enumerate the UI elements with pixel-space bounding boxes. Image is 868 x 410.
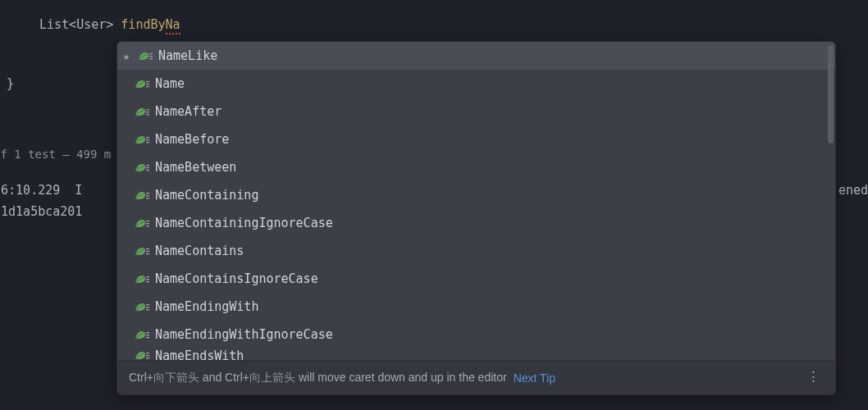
- svg-rect-12: [146, 165, 149, 166]
- svg-rect-3: [146, 81, 149, 82]
- svg-rect-17: [146, 198, 149, 198]
- svg-rect-33: [146, 353, 149, 353]
- svg-rect-16: [146, 195, 149, 196]
- completion-item-label: NameEndingWithIgnoreCase: [155, 327, 333, 342]
- completion-list[interactable]: ★NameLikeNameNameAfterNameBeforeNameBetw…: [117, 42, 835, 360]
- svg-rect-6: [146, 109, 149, 110]
- svg-rect-9: [146, 137, 149, 138]
- svg-rect-20: [146, 226, 149, 226]
- svg-rect-35: [146, 358, 149, 358]
- svg-rect-32: [146, 337, 149, 338]
- svg-rect-13: [146, 167, 149, 168]
- completion-item[interactable]: NameContainsIgnoreCase: [117, 265, 835, 293]
- method-icon: [134, 189, 150, 202]
- code-token-typed: Na: [166, 17, 180, 34]
- footer-hint: Ctrl+向下箭头 and Ctrl+向上箭头 will move caret …: [129, 371, 507, 385]
- method-icon: [134, 216, 150, 230]
- completion-item[interactable]: NameBefore: [117, 125, 835, 153]
- svg-rect-19: [146, 223, 149, 224]
- completion-item[interactable]: NameContainingIgnoreCase: [117, 209, 835, 237]
- log-right: ened: [838, 180, 868, 202]
- completion-item[interactable]: NameContains: [117, 237, 835, 265]
- completion-item-label: NameLike: [158, 48, 217, 63]
- completion-item[interactable]: NameBetween: [117, 153, 835, 181]
- completion-item[interactable]: NameEndingWith: [117, 293, 835, 321]
- method-icon: [134, 133, 150, 146]
- svg-rect-30: [146, 332, 149, 333]
- svg-rect-31: [146, 335, 149, 335]
- svg-rect-2: [149, 58, 153, 59]
- completion-item[interactable]: NameContaining: [117, 181, 835, 209]
- svg-rect-34: [146, 355, 149, 356]
- svg-rect-8: [146, 114, 149, 115]
- svg-rect-21: [146, 248, 149, 249]
- method-icon: [134, 161, 150, 174]
- log-area: 16:10.229 I 81d1a5bca201: [0, 180, 82, 222]
- log-line-1-left: 16:10.229 I: [0, 183, 82, 198]
- code-line-1: List<User> findByNa: [39, 15, 868, 34]
- completion-item-label: NameEndsWith: [155, 348, 244, 360]
- svg-rect-28: [146, 307, 149, 308]
- method-icon: [134, 328, 150, 341]
- method-icon: [134, 272, 150, 285]
- completion-footer: Ctrl+向下箭头 and Ctrl+向上箭头 will move caret …: [117, 360, 835, 394]
- completion-item-label: NameContains: [155, 244, 244, 258]
- log-line-2-left: 81d1a5bca201: [0, 204, 82, 219]
- completion-item[interactable]: NameAfter: [117, 98, 835, 125]
- completion-item-label: NameBetween: [155, 160, 236, 175]
- star-icon: ★: [121, 49, 132, 62]
- svg-rect-10: [146, 139, 149, 140]
- method-icon: [134, 77, 150, 90]
- completion-item[interactable]: Name: [117, 70, 835, 98]
- svg-rect-0: [149, 53, 153, 54]
- svg-rect-4: [146, 84, 149, 84]
- completion-item[interactable]: NameEndsWith: [117, 348, 835, 360]
- code-token-method: findBy: [121, 17, 165, 32]
- completion-item-label: NameBefore: [155, 132, 229, 147]
- svg-rect-7: [146, 112, 149, 112]
- method-icon: [134, 348, 150, 360]
- svg-rect-24: [146, 276, 149, 277]
- svg-rect-22: [146, 251, 149, 252]
- completion-item-label: Name: [155, 76, 185, 91]
- svg-rect-1: [149, 56, 153, 57]
- completion-item-label: NameContainingIgnoreCase: [155, 216, 333, 230]
- svg-rect-25: [146, 279, 149, 280]
- completion-item-label: NameContainsIgnoreCase: [155, 271, 318, 286]
- svg-rect-15: [146, 193, 149, 194]
- more-options-icon[interactable]: ⋮: [803, 371, 824, 384]
- code-token-type: List<User>: [39, 17, 113, 32]
- next-tip-link[interactable]: Next Tip: [514, 371, 555, 385]
- method-icon: [134, 244, 150, 257]
- completion-item[interactable]: ★NameLike: [117, 42, 835, 70]
- completion-item-label: NameAfter: [155, 104, 222, 119]
- method-icon: [134, 105, 150, 118]
- method-icon: [137, 49, 153, 62]
- completion-item-label: NameContaining: [155, 188, 258, 203]
- scrollbar-thumb[interactable]: [828, 45, 834, 144]
- svg-rect-29: [146, 309, 149, 310]
- log-line-1-right: ened: [838, 183, 868, 198]
- svg-rect-23: [146, 253, 149, 254]
- svg-rect-18: [146, 221, 149, 221]
- test-status-text: of 1 test – 499 m: [0, 148, 111, 161]
- svg-rect-14: [146, 170, 149, 171]
- svg-rect-27: [146, 304, 149, 305]
- svg-rect-5: [146, 86, 149, 87]
- svg-rect-11: [146, 142, 149, 143]
- completion-popup: ★NameLikeNameNameAfterNameBeforeNameBetw…: [116, 41, 836, 395]
- completion-item[interactable]: NameEndingWithIgnoreCase: [117, 321, 835, 348]
- svg-rect-26: [146, 281, 149, 282]
- method-icon: [134, 300, 150, 313]
- completion-item-label: NameEndingWith: [155, 299, 258, 314]
